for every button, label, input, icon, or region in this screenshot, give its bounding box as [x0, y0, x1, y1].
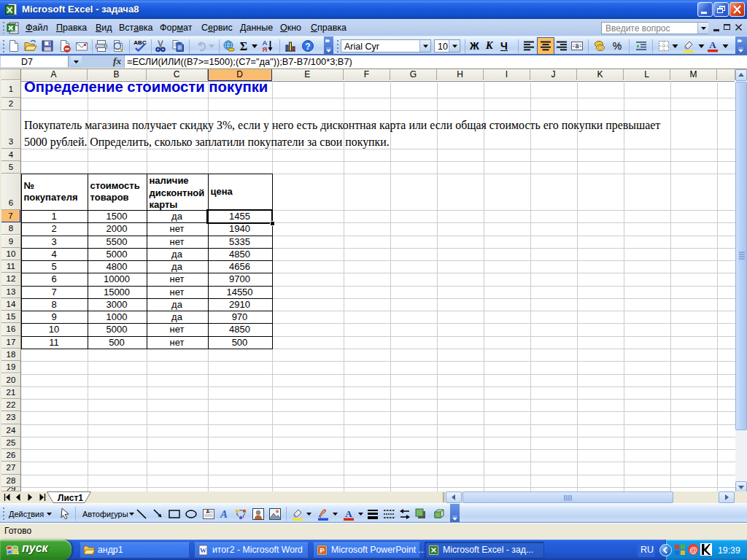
- svg-text:A: A: [206, 509, 210, 514]
- svg-text:A: A: [220, 508, 228, 520]
- svg-text:%: %: [613, 40, 622, 52]
- svg-text:A: A: [709, 39, 716, 50]
- svg-text:P: P: [320, 547, 324, 554]
- svg-text:Σ: Σ: [240, 40, 247, 52]
- svg-text:Я: Я: [263, 45, 268, 53]
- svg-text:A: A: [345, 508, 352, 519]
- svg-text:?: ?: [305, 42, 310, 52]
- svg-text:W: W: [200, 547, 206, 554]
- svg-text:a: a: [575, 42, 578, 50]
- svg-text:@: @: [689, 545, 697, 554]
